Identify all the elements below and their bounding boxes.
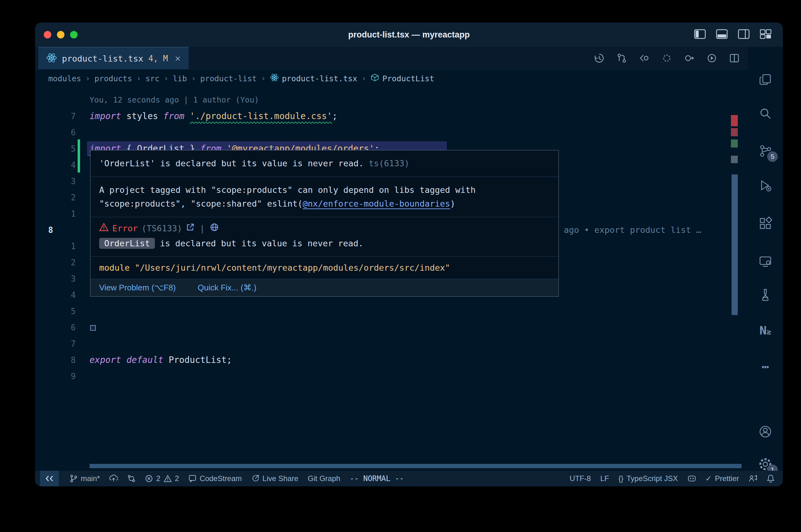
code-line-7[interactable]: import styles from './product-list.modul…: [90, 108, 695, 125]
remote-indicator-icon[interactable]: [40, 471, 59, 486]
vertical-scrollbar[interactable]: [731, 174, 738, 315]
problems-item[interactable]: 2 2: [145, 474, 179, 483]
check-icon: ✓: [706, 474, 712, 483]
open-external-icon[interactable]: [186, 223, 195, 233]
horizontal-scrollbar[interactable]: [90, 464, 742, 468]
breadcrumb-product-list[interactable]: product-list: [200, 74, 257, 83]
line-number[interactable]: 8: [35, 352, 76, 368]
hover-resize-handle[interactable]: [90, 325, 96, 331]
account-icon[interactable]: [748, 418, 783, 446]
string-literal: './product-list.module.css': [189, 111, 332, 121]
remote-explorer-icon[interactable]: [748, 248, 783, 276]
line-number[interactable]: 1: [35, 238, 76, 254]
gitlens-compare-icon[interactable]: [127, 474, 135, 482]
tab-modified-badge: 4, M: [148, 54, 168, 63]
feedback-icon[interactable]: [748, 474, 757, 482]
error-status-row: Error (TS6133) |: [90, 217, 559, 235]
error-detail-row: OrderList is declared but its value is n…: [90, 235, 559, 256]
line-number[interactable]: 6: [35, 320, 76, 336]
line-number[interactable]: 5: [35, 303, 76, 320]
error-code: (TS6133): [142, 224, 182, 233]
identifier: styles: [126, 111, 158, 121]
toggle-panel-icon[interactable]: [716, 29, 728, 39]
toggle-secondary-sidebar-icon[interactable]: [738, 29, 750, 39]
codestream-item[interactable]: CodeStream: [188, 474, 242, 483]
breadcrumb-separator: ›: [136, 74, 141, 83]
split-editor-icon[interactable]: [729, 53, 740, 63]
encoding-item[interactable]: UTF-8: [569, 474, 591, 483]
error-count: 2: [156, 474, 160, 483]
breadcrumb-lib[interactable]: lib: [173, 74, 187, 83]
tab-close-icon[interactable]: ×: [175, 53, 181, 64]
overview-modified-mark: [731, 139, 738, 148]
prettier-label: Prettier: [715, 474, 739, 483]
quick-fix-action[interactable]: Quick Fix... (⌘.): [198, 283, 257, 292]
more-views-icon[interactable]: ⋯: [748, 353, 783, 381]
code-line-9[interactable]: [90, 368, 695, 384]
current-line-number[interactable]: 8: [35, 222, 76, 238]
status-bar: main* 2 2 CodeS: [35, 471, 783, 486]
testing-icon[interactable]: [748, 281, 783, 309]
nx-letter: N: [759, 324, 767, 337]
search-icon[interactable]: [748, 99, 783, 128]
eslint-diagnostic: A project tagged with "scope:products" c…: [90, 177, 559, 217]
errors-icon: [145, 474, 153, 482]
line-number[interactable]: 7: [35, 336, 76, 352]
code-line-export[interactable]: export default ProductList;: [90, 352, 695, 368]
outline-circle-icon[interactable]: [661, 53, 672, 63]
prettier-item[interactable]: ✓ Prettier: [706, 474, 739, 483]
timeline-icon[interactable]: [594, 53, 604, 63]
extensions-icon[interactable]: [748, 209, 783, 238]
run-debug-icon[interactable]: [748, 171, 783, 200]
compare-changes-icon[interactable]: [616, 53, 627, 63]
globe-icon[interactable]: [210, 223, 219, 233]
breadcrumb-symbol[interactable]: ProductList: [370, 73, 434, 84]
language-mode-item[interactable]: {} TypeScript JSX: [618, 474, 678, 483]
error-hover-popup: 'OrderList' is declared but its value is…: [90, 150, 559, 297]
circle-arrow-icon[interactable]: [684, 53, 695, 63]
notifications-bell-icon[interactable]: [767, 474, 775, 483]
activity-bar: 5 N≥ ⋯ 1: [748, 47, 783, 471]
navigate-back-icon[interactable]: [639, 53, 650, 63]
eol-item[interactable]: LF: [600, 474, 609, 483]
line-number[interactable]: 4: [35, 157, 76, 173]
ts-diagnostic-code: ts(6133): [364, 158, 409, 168]
tab-product-list[interactable]: product-list.tsx 4, M ×: [38, 47, 189, 70]
live-share-item[interactable]: Live Share: [251, 474, 298, 483]
line-number[interactable]: 3: [35, 173, 76, 189]
breadcrumb-modules[interactable]: modules: [48, 74, 81, 83]
line-number[interactable]: 2: [35, 189, 76, 206]
explorer-icon[interactable]: [748, 65, 783, 94]
line-number[interactable]: 7: [35, 108, 76, 125]
editor-layout-icon[interactable]: [760, 29, 771, 39]
breadcrumb-src[interactable]: src: [145, 74, 160, 83]
view-problem-action[interactable]: View Problem (⌥F8): [99, 283, 176, 292]
run-file-icon[interactable]: [707, 53, 717, 63]
line-number[interactable]: 6: [35, 125, 76, 141]
toggle-sidebar-icon[interactable]: [694, 29, 706, 39]
breadcrumb-file[interactable]: product-list.tsx: [270, 73, 357, 84]
line-number[interactable]: 1: [35, 206, 76, 222]
source-control-icon[interactable]: 5: [748, 137, 783, 165]
code-line[interactable]: [90, 320, 695, 336]
publish-changes-icon[interactable]: [109, 474, 118, 482]
code-line[interactable]: [90, 303, 695, 320]
branch-name: main*: [81, 474, 100, 483]
code-line[interactable]: [90, 336, 695, 352]
line-number[interactable]: 4: [35, 287, 76, 303]
copilot-icon[interactable]: [688, 474, 696, 482]
line-number[interactable]: 5: [35, 141, 76, 157]
codestream-icon: [188, 474, 197, 482]
line-number[interactable]: 2: [35, 254, 76, 271]
ts-diagnostic-message: 'OrderList' is declared but its value is…: [99, 158, 364, 168]
git-graph-item[interactable]: Git Graph: [308, 474, 341, 483]
git-branch-item[interactable]: main*: [70, 474, 100, 483]
eslint-rule-link[interactable]: @nx/enforce-module-boundaries: [303, 199, 450, 208]
line-number[interactable]: 9: [35, 368, 76, 384]
breadcrumb-separator: ›: [261, 74, 266, 83]
breadcrumb-products[interactable]: products: [94, 74, 132, 83]
code-editor[interactable]: 7 6 5 4 3 2 1 8 1 2 3 4 5 6 7 8 9 You, 1…: [35, 88, 748, 471]
line-number[interactable]: 3: [35, 271, 76, 287]
nx-console-icon[interactable]: N≥: [748, 316, 783, 344]
code-line-6[interactable]: [90, 125, 695, 141]
